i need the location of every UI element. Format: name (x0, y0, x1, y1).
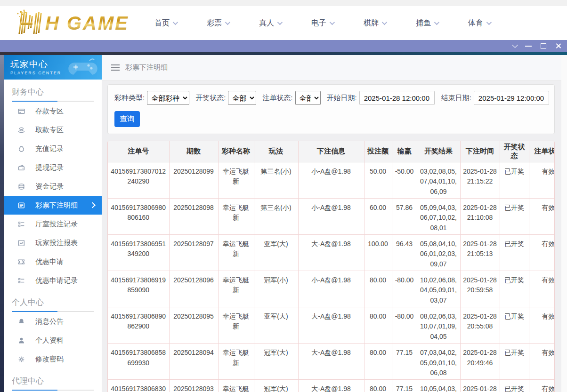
table-cell: 已开奖 (500, 271, 529, 307)
table-cell: 幸运飞艇新 (218, 343, 254, 379)
withdraw-hand-icon (17, 126, 25, 134)
main-nav: 首页 彩票 真人 电子 棋牌 捕鱼 体育 (154, 18, 520, 28)
sidebar-item-label: 存款专区 (35, 107, 64, 116)
lottery-type-select[interactable]: 全部彩种 (147, 91, 189, 105)
table-cell: 96.43 (392, 234, 417, 271)
table-cell: 77.15 (392, 379, 417, 392)
chevron-down-icon (225, 20, 230, 25)
table-cell: 57.86 (392, 198, 417, 234)
table-cell: 77.15 (392, 343, 417, 379)
table-cell: 60.00 (364, 198, 392, 234)
sidebar-item-withdraw[interactable]: 取款专区 (4, 120, 102, 139)
table-cell: 80.00 (364, 343, 392, 379)
sidebar-item-change-password[interactable]: 修改密码 (4, 350, 102, 368)
table-cell: 03,02,08,05,07,04,01,10,06,09 (417, 162, 460, 198)
search-button[interactable]: 查询 (114, 111, 140, 127)
sidebar-item-deposit[interactable]: 存款专区 (4, 102, 102, 120)
table-cell: 08,02,06,03,10,07,01,09,04,05 (417, 307, 460, 343)
top-nav-bar: H GAME 首页 彩票 真人 电子 棋牌 捕鱼 体育 (0, 0, 567, 40)
sidebar-item-label: 优惠申请记录 (35, 276, 78, 285)
sidebar-item-label: 提现记录 (35, 163, 64, 172)
window-minimize-icon[interactable] (525, 46, 532, 47)
order-status-label: 注单状态: (262, 94, 292, 103)
end-date-input[interactable] (474, 91, 549, 105)
start-date-input[interactable] (359, 91, 435, 105)
nav-label: 彩票 (207, 18, 222, 28)
sidebar-item-hall-bet-record[interactable]: 厅室投注记录 (4, 215, 102, 233)
sidebar-item-funds-record[interactable]: 资金记录 (4, 177, 102, 196)
filter-panel: 彩种类型: 全部彩种 开奖状态: 全部 注单状态: 全部 开始日期: 结束日期:… (107, 84, 555, 134)
table-cell: 幸运飞艇新 (218, 307, 254, 343)
chevron-down-icon (382, 20, 387, 25)
nav-label: 电子 (311, 18, 326, 28)
sidebar-item-label: 消息公告 (35, 317, 64, 326)
table-cell: 第三名(小) (254, 198, 298, 234)
nav-item-lottery[interactable]: 彩票 (207, 18, 229, 28)
table-header-cell: 注单号 (108, 141, 169, 162)
chevron-down-icon (277, 20, 283, 25)
sidebar-item-promo-apply-record[interactable]: 优惠申请记录 (4, 271, 102, 290)
hgame-logo[interactable]: H GAME (4, 8, 130, 38)
nav-item-electronic[interactable]: 电子 (311, 18, 333, 28)
table-row: 40156917380691985909020250128096幸运飞艇新冠军(… (108, 271, 555, 307)
sidebar-item-promo-apply[interactable]: 优惠申请 (4, 252, 102, 271)
table-cell: 20250128093 (169, 379, 218, 392)
sidebar-item-lottery-bet-detail[interactable]: 彩票下注明细 (4, 196, 102, 215)
table-cell: 401569173806858699930 (108, 343, 169, 379)
bet-table: 注单号期数彩种名称玩法下注信息投注额输赢开奖结果下注时间开奖状态注单状态 401… (108, 141, 555, 392)
table-cell: 第三名(小) (254, 162, 298, 198)
table-cell: 幸运飞艇新 (218, 379, 254, 392)
person-icon (17, 336, 25, 344)
table-cell: 10,02,06,08,04,05,09,01,03,07 (417, 271, 460, 307)
nav-item-live[interactable]: 真人 (259, 18, 281, 28)
nav-item-sports[interactable]: 体育 (468, 18, 490, 28)
table-cell: 401569173806890862900 (108, 307, 169, 343)
table-cell: 有效 (529, 198, 555, 234)
sidebar-item-label: 取款专区 (35, 126, 64, 135)
table-cell: 有效 (529, 234, 555, 271)
window-frame-right (561, 55, 567, 392)
nav-item-fishing[interactable]: 捕鱼 (416, 18, 438, 28)
window-close-icon[interactable] (555, 43, 561, 49)
deposit-card-icon (17, 107, 25, 115)
window-dropdown-icon[interactable] (512, 42, 518, 48)
sidebar-item-player-bet-report[interactable]: 玩家投注报表 (4, 233, 102, 252)
table-cell: 20250128098 (169, 198, 218, 234)
chevron-down-icon (330, 20, 335, 25)
table-header-cell: 开奖状态 (500, 141, 529, 162)
chart-icon (17, 239, 25, 247)
table-header-cell: 玩法 (254, 141, 298, 162)
coins-icon (17, 183, 25, 191)
table-cell: 20250128096 (169, 271, 218, 307)
bet-detail-icon (17, 201, 25, 209)
bet-table-container: 注单号期数彩种名称玩法下注信息投注额输赢开奖结果下注时间开奖状态注单状态 401… (107, 141, 555, 392)
table-cell: 80.00 (364, 307, 392, 343)
table-cell: 05,08,04,10,06,01,02,03,09,07 (417, 234, 460, 271)
sidebar-item-withdraw-record[interactable]: 提现记录 (4, 158, 102, 177)
start-date-label: 开始日期: (327, 94, 357, 103)
table-cell: 20250128097 (169, 234, 218, 271)
sidebar-item-label: 资金记录 (35, 182, 64, 191)
table-cell: 已开奖 (500, 234, 529, 271)
table-row: 40156917380685869993020250128094幸运飞艇新冠军(… (108, 343, 555, 379)
chevron-down-icon (173, 20, 178, 25)
sidebar-item-notices[interactable]: 消息公告 (4, 312, 102, 331)
nav-item-chess[interactable]: 棋牌 (364, 18, 386, 28)
table-cell: 冠军(大) (254, 379, 298, 392)
sidebar-item-recharge-record[interactable]: 充值记录 (4, 139, 102, 158)
window-maximize-icon[interactable] (541, 43, 546, 49)
table-cell: 2025-01-28 20:45:01 (460, 379, 500, 392)
table-cell: 已开奖 (500, 379, 529, 392)
ticket-icon (17, 258, 25, 266)
table-header-cell: 投注额 (364, 141, 392, 162)
nav-item-home[interactable]: 首页 (154, 18, 177, 28)
window-frame-strip (0, 52, 567, 55)
table-cell: 100.00 (364, 234, 392, 271)
hamburger-icon[interactable] (111, 64, 120, 71)
window-frame-left (0, 55, 4, 392)
draw-status-select[interactable]: 全部 (228, 91, 256, 105)
sidebar-item-profile[interactable]: 个人资料 (4, 331, 102, 350)
sidebar-header: 玩家中心 PLAYERS CENTER (4, 55, 102, 80)
table-cell: 401569173806919859090 (108, 271, 169, 307)
order-status-select[interactable]: 全部 (295, 91, 321, 105)
